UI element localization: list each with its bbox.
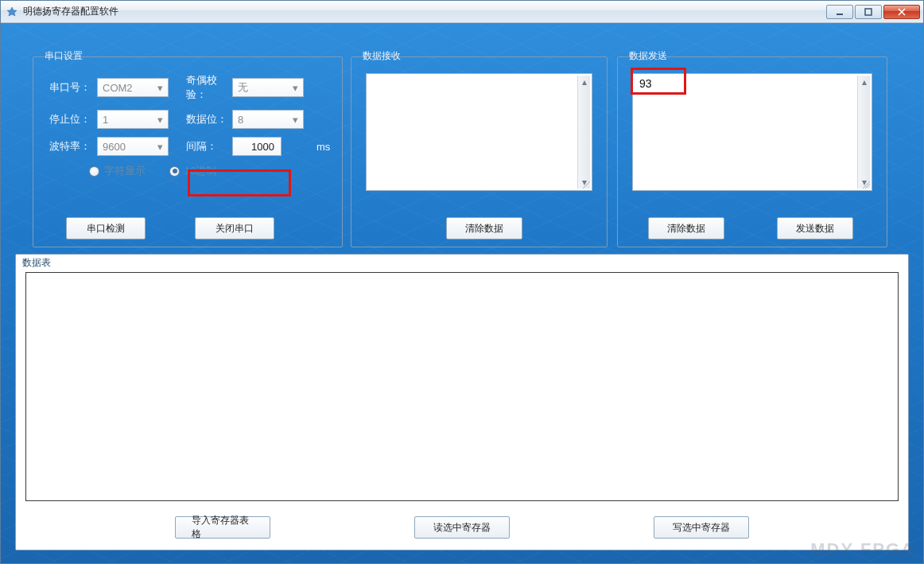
- combo-databits-value: 8: [238, 114, 243, 126]
- label-port: 串口号：: [49, 80, 95, 95]
- receive-clear-button[interactable]: 清除数据: [446, 217, 522, 239]
- input-interval-value: 1000: [251, 141, 274, 153]
- input-interval[interactable]: 1000: [232, 137, 281, 156]
- radio-ascii-label: 字符显示: [104, 164, 146, 178]
- label-databits: 数据位：: [177, 112, 232, 126]
- label-unit-ms: ms: [312, 141, 336, 153]
- watermark-text: MDY FPGA: [810, 539, 915, 560]
- read-selected-register-button[interactable]: 读选中寄存器: [414, 516, 510, 539]
- scroll-up-icon[interactable]: ▴: [578, 76, 590, 88]
- chevron-down-icon: ▾: [293, 82, 298, 94]
- combo-databits[interactable]: 8▾: [232, 110, 304, 129]
- label-parity: 奇偶校验：: [177, 73, 232, 102]
- scrollbar[interactable]: ▴ ▾: [577, 76, 590, 189]
- combo-parity[interactable]: 无▾: [232, 78, 304, 97]
- detect-port-button[interactable]: 串口检测: [66, 217, 146, 239]
- main-area: 串口设置 串口号： COM2▾ 奇偶校验： 无▾ 停止位： 1▾ 数据位： 8▾: [1, 23, 923, 563]
- import-register-table-button[interactable]: 导入寄存器表格: [175, 516, 270, 539]
- close-port-button[interactable]: 关闭串口: [195, 217, 274, 239]
- app-icon: [6, 6, 18, 18]
- group-title-send: 数据发送: [626, 49, 670, 63]
- chevron-down-icon: ▾: [157, 114, 163, 126]
- app-window: 明德扬寄存器配置软件 串口设置 串口号： COM2▾ 奇偶校验： 无▾ 停止位：: [0, 0, 924, 564]
- send-textarea-value: 93: [639, 77, 652, 90]
- group-title-table: 数据表: [22, 256, 51, 270]
- send-clear-button[interactable]: 清除数据: [648, 217, 724, 239]
- label-interval: 间隔：: [177, 139, 232, 154]
- radio-icon: [169, 166, 180, 177]
- resize-grip-icon[interactable]: [580, 179, 590, 189]
- combo-port-value: COM2: [103, 82, 133, 94]
- chevron-down-icon: ▾: [157, 82, 163, 94]
- chevron-down-icon: ▾: [157, 141, 163, 153]
- scrollbar[interactable]: ▴ ▾: [857, 76, 870, 189]
- window-title: 明德扬寄存器配置软件: [23, 5, 826, 18]
- radio-hex-label: 16进制: [184, 164, 216, 178]
- radio-ascii-display[interactable]: 字符显示: [89, 164, 146, 178]
- group-title-recv: 数据接收: [359, 49, 404, 63]
- label-stopbits: 停止位：: [49, 112, 95, 126]
- write-selected-register-button[interactable]: 写选中寄存器: [654, 516, 749, 539]
- combo-stopbits[interactable]: 1▾: [97, 110, 169, 129]
- maximize-button[interactable]: [855, 5, 882, 19]
- combo-baud-value: 9600: [103, 141, 126, 153]
- group-data-table: 数据表 导入寄存器表格 读选中寄存器 写选中寄存器: [15, 254, 909, 550]
- minimize-button[interactable]: [826, 5, 853, 19]
- svg-rect-1: [865, 9, 872, 15]
- titlebar[interactable]: 明德扬寄存器配置软件: [1, 1, 923, 23]
- combo-baud[interactable]: 9600▾: [97, 137, 169, 156]
- scroll-up-icon[interactable]: ▴: [858, 76, 870, 88]
- chevron-down-icon: ▾: [293, 114, 298, 126]
- group-title-serial: 串口设置: [41, 49, 86, 63]
- combo-stopbits-value: 1: [103, 114, 108, 126]
- svg-rect-0: [837, 14, 843, 15]
- send-data-button[interactable]: 发送数据: [777, 217, 853, 239]
- combo-port[interactable]: COM2▾: [97, 78, 169, 97]
- window-controls: [826, 5, 920, 19]
- send-textarea[interactable]: 93 ▴ ▾: [632, 73, 872, 191]
- register-table-area[interactable]: [25, 272, 899, 501]
- close-button[interactable]: [883, 5, 920, 19]
- receive-textarea[interactable]: ▴ ▾: [366, 73, 592, 191]
- radio-icon: [89, 166, 99, 177]
- resize-grip-icon[interactable]: [860, 179, 870, 189]
- label-baud: 波特率：: [49, 139, 95, 154]
- radio-hex-display[interactable]: 16进制: [169, 164, 216, 178]
- combo-parity-value: 无: [238, 80, 248, 95]
